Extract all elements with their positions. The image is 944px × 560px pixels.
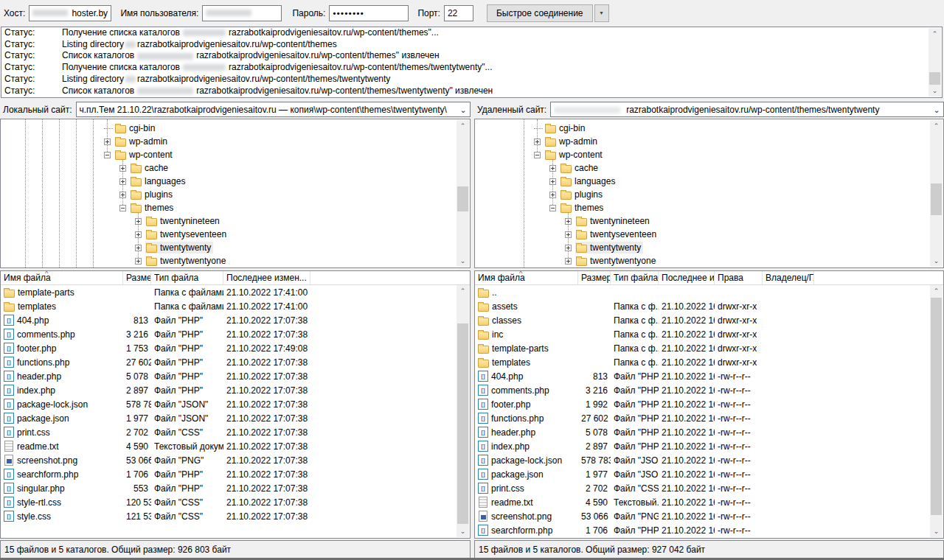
collapse-minus-icon[interactable] xyxy=(104,152,111,158)
column-header-owner[interactable]: Владелец/Г... xyxy=(763,271,814,284)
expand-plus-icon[interactable] xyxy=(534,139,541,145)
sidebar-item-wp-admin[interactable]: wp-admin xyxy=(1,135,457,148)
file-row[interactable]: template-partsПапка с файлами21.10.2022 … xyxy=(1,285,457,299)
chevron-down-icon[interactable]: ⌄ xyxy=(931,106,942,113)
quickconnect-dropdown-icon[interactable]: ▼ xyxy=(594,4,609,22)
sidebar-item-cache[interactable]: cache xyxy=(1,161,457,175)
tree-node[interactable]: twentytwenty xyxy=(575,242,643,253)
scroll-up-icon[interactable]: ⌃ xyxy=(457,285,469,297)
scroll-down-icon[interactable]: ⌄ xyxy=(457,255,469,267)
column-header-name[interactable]: Имя файла^ xyxy=(1,271,123,284)
file-row[interactable]: assetsПапка с ф...21.10.2022 16:5...drwx… xyxy=(475,299,930,313)
expand-plus-icon[interactable] xyxy=(549,165,556,172)
scroll-down-icon[interactable]: ⌄ xyxy=(930,255,943,267)
file-row[interactable]: readme.txt4 590Текстовый...21.10.2022 16… xyxy=(475,495,930,509)
file-row[interactable]: []package.json1 977Файл "JSO...21.10.202… xyxy=(475,467,930,481)
file-row[interactable]: templatesПапка с ф...21.10.2022 16:5...d… xyxy=(475,355,930,369)
file-row[interactable]: []functions.php27 602Файл "PHP"21.10.202… xyxy=(475,411,930,425)
file-row[interactable]: readme.txt4 590Текстовый докум...21.10.2… xyxy=(1,439,457,453)
file-row[interactable]: screenshot.png53 066Файл "PNG"21.10.2022… xyxy=(1,453,457,467)
tree-node[interactable]: cgi-bin xyxy=(544,122,587,134)
column-header-type[interactable]: Тип файла xyxy=(611,271,659,284)
file-row[interactable]: []print.css2 702Файл "CSS"21.10.2022 17:… xyxy=(1,425,457,439)
sidebar-item-cache[interactable]: cache xyxy=(475,161,930,175)
collapse-minus-icon[interactable] xyxy=(534,152,541,158)
sidebar-item-themes[interactable]: themes xyxy=(1,201,457,214)
local-site-combobox[interactable]: ч.пл.Тем 21.10.22\razrabotkaiprodvigenie… xyxy=(76,102,471,117)
file-row[interactable]: .. xyxy=(475,285,930,299)
tree-node[interactable]: cgi-bin xyxy=(114,122,157,134)
column-header-type[interactable]: Тип файла xyxy=(151,271,223,284)
file-row[interactable]: []package-lock.json578 783Файл "JSO...21… xyxy=(475,453,930,467)
expand-plus-icon[interactable] xyxy=(549,178,556,185)
local-list-scrollbar[interactable]: ⌃ ⌄ xyxy=(457,285,469,537)
scrollbar-thumb[interactable] xyxy=(457,323,468,524)
file-row[interactable]: []package-lock.json578 783Файл "JSON"21.… xyxy=(1,397,457,411)
tree-node[interactable]: wp-admin xyxy=(544,136,600,147)
file-row[interactable]: []header.php5 078Файл "PHP"21.10.2022 16… xyxy=(475,425,930,439)
sidebar-item-plugins[interactable]: plugins xyxy=(1,188,457,201)
scroll-down-icon[interactable]: ⌄ xyxy=(930,525,943,537)
scroll-up-icon[interactable]: ⌃ xyxy=(930,285,943,297)
file-row[interactable]: []comments.php3 216Файл "PHP"21.10.2022 … xyxy=(475,383,930,397)
sidebar-item-cgi-bin[interactable]: cgi-bin xyxy=(475,122,930,135)
file-row[interactable]: []style-rtl.css120 532Файл "CSS"21.10.20… xyxy=(1,495,457,509)
file-row[interactable]: incПапка с ф...21.10.2022 16:5...drwxr-x… xyxy=(475,327,930,341)
tree-node[interactable]: twentyseventeen xyxy=(575,228,659,240)
sidebar-item-twentytwentyone[interactable]: twentytwentyone xyxy=(1,254,457,267)
file-row[interactable]: templatesПапка с файлами21.10.2022 17:41… xyxy=(1,299,457,313)
expand-plus-icon[interactable] xyxy=(565,245,572,251)
sidebar-item-languages[interactable]: languages xyxy=(1,175,457,188)
port-input[interactable]: 22 xyxy=(444,5,473,21)
column-header-name[interactable]: Имя файла^ xyxy=(475,271,578,284)
tree-node[interactable]: twentytwentyone xyxy=(145,255,228,267)
tree-node[interactable]: languages xyxy=(560,175,617,187)
local-tree-scrollbar[interactable]: ⌃ ⌄ xyxy=(457,120,469,267)
column-header-size[interactable]: Размер xyxy=(578,271,611,284)
collapse-minus-icon[interactable] xyxy=(549,205,556,211)
column-header-permissions[interactable]: Права xyxy=(715,271,763,284)
tree-node[interactable]: twentytwenty xyxy=(145,242,213,253)
file-row[interactable]: []comments.php3 216Файл "PHP"21.10.2022 … xyxy=(1,327,457,341)
file-row[interactable]: []header.php5 078Файл "PHP"21.10.2022 17… xyxy=(1,369,457,383)
tree-node[interactable]: twentynineteen xyxy=(145,215,222,227)
sidebar-item-twentyseventeen[interactable]: twentyseventeen xyxy=(475,228,930,241)
sidebar-item-twentytwenty[interactable]: twentytwenty xyxy=(1,241,457,254)
quickconnect-button[interactable]: Быстрое соединение xyxy=(487,4,593,22)
file-row[interactable]: classesПапка с ф...21.10.2022 16:5...drw… xyxy=(475,313,930,327)
sidebar-item-twentyseventeen[interactable]: twentyseventeen xyxy=(1,228,457,241)
tree-node[interactable]: plugins xyxy=(560,189,605,200)
password-input[interactable]: •••••••• xyxy=(329,5,409,21)
sidebar-item-plugins[interactable]: plugins xyxy=(475,188,930,201)
tree-node[interactable]: themes xyxy=(130,202,176,214)
remote-tree-scrollbar[interactable]: ⌃ ⌄ xyxy=(930,120,943,267)
collapse-minus-icon[interactable] xyxy=(119,205,126,211)
column-header-modified[interactable]: Последнее измен... xyxy=(223,271,310,284)
file-row[interactable]: []404.php813Файл "PHP"21.10.2022 17:07:3… xyxy=(1,313,457,327)
username-input[interactable] xyxy=(202,5,282,21)
file-row[interactable]: []searchform.php1 706Файл "PHP"21.10.202… xyxy=(475,523,930,537)
file-row[interactable]: []index.php2 897Файл "PHP"21.10.2022 16:… xyxy=(475,439,930,453)
file-row[interactable]: template-partsПапка с ф...21.10.2022 16:… xyxy=(475,341,930,355)
scroll-up-icon[interactable]: ⌃ xyxy=(929,28,941,40)
tree-node[interactable]: wp-content xyxy=(114,149,175,161)
tree-node[interactable]: twentyseventeen xyxy=(145,228,229,240)
expand-plus-icon[interactable] xyxy=(135,258,142,265)
file-row[interactable]: []404.php813Файл "PHP"21.10.2022 16:5...… xyxy=(475,369,930,383)
file-row[interactable]: screenshot.png53 066Файл "PNG"21.10.2022… xyxy=(475,509,930,523)
column-header-size[interactable]: Размер xyxy=(123,271,151,284)
tree-node[interactable]: cache xyxy=(560,162,600,174)
column-header-modified[interactable]: Последнее из... xyxy=(659,271,715,284)
file-row[interactable]: []searchform.php1 706Файл "PHP"21.10.202… xyxy=(1,467,457,481)
expand-plus-icon[interactable] xyxy=(119,178,126,185)
tree-node[interactable]: languages xyxy=(130,175,187,187)
host-input[interactable]: hoster.by xyxy=(29,5,111,21)
tree-node[interactable]: plugins xyxy=(130,189,175,200)
log-scrollbar[interactable]: ⌃ ⌄ xyxy=(929,28,941,97)
tree-node[interactable]: twentytwentyone xyxy=(575,255,658,267)
sidebar-item-cgi-bin[interactable]: cgi-bin xyxy=(1,122,457,135)
file-row[interactable]: []style.css121 535Файл "CSS"21.10.2022 1… xyxy=(1,509,457,523)
expand-plus-icon[interactable] xyxy=(119,192,126,198)
expand-plus-icon[interactable] xyxy=(565,218,572,225)
tree-node[interactable]: wp-admin xyxy=(114,136,170,147)
